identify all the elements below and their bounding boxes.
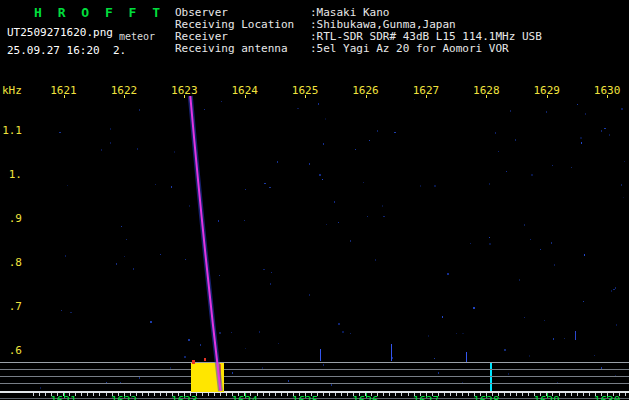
noise-dot — [323, 364, 324, 366]
noise-dot — [552, 165, 553, 166]
noise-dot — [338, 222, 339, 223]
noise-dot — [350, 240, 351, 242]
noise-dot — [489, 243, 491, 245]
noise-dot — [231, 332, 232, 333]
noise-dot — [326, 224, 327, 225]
bottom-minor-tick — [426, 393, 427, 396]
noise-dot — [232, 372, 233, 374]
bottom-minor-tick — [432, 393, 433, 396]
bottom-minor-tick — [516, 393, 517, 396]
signal-spike — [320, 349, 321, 361]
noise-dot — [613, 289, 615, 290]
signal-spike — [490, 362, 492, 392]
bottom-minor-tick — [81, 393, 82, 396]
x-tick — [607, 95, 608, 98]
noise-dot — [325, 118, 326, 120]
bottom-minor-tick — [250, 393, 251, 396]
noise-dot — [133, 268, 134, 270]
bottom-minor-tick — [196, 393, 197, 396]
noise-dot — [184, 356, 186, 358]
noise-dot — [621, 184, 622, 186]
saturation-speck — [192, 360, 195, 364]
noise-dot — [139, 109, 140, 111]
noise-dot — [508, 373, 509, 375]
noise-dot — [544, 320, 545, 321]
bottom-minor-tick — [601, 393, 602, 396]
noise-dot — [323, 143, 324, 145]
bottom-minor-tick — [528, 393, 529, 396]
bottom-minor-tick — [226, 393, 227, 396]
noise-dot — [342, 331, 344, 333]
noise-dot — [297, 108, 299, 109]
noise-dot — [67, 185, 68, 186]
noise-dot — [204, 109, 205, 110]
noise-dot — [269, 187, 271, 188]
noise-dot — [473, 307, 475, 309]
noise-dot — [623, 197, 624, 198]
bottom-minor-tick — [106, 393, 107, 396]
bottom-minor-tick — [317, 393, 318, 396]
noise-dot — [434, 358, 435, 359]
bottom-minor-tick — [63, 393, 64, 396]
x-tick — [486, 95, 487, 98]
bottom-minor-tick — [540, 393, 541, 396]
bottom-minor-tick — [389, 393, 390, 396]
noise-dot — [110, 142, 111, 144]
noise-dot — [604, 128, 606, 129]
bottom-minor-tick — [498, 393, 499, 396]
noise-dot — [594, 355, 595, 356]
bottom-minor-tick — [383, 393, 384, 396]
bottom-minor-tick — [154, 393, 155, 396]
bottom-minor-tick — [613, 393, 614, 396]
noise-dot — [309, 294, 310, 296]
bottom-minor-tick — [462, 393, 463, 396]
noise-dot — [322, 179, 323, 180]
saturation-speck — [204, 358, 206, 361]
noise-dot — [264, 183, 266, 184]
bottom-minor-tick — [136, 393, 137, 396]
noise-dot — [551, 242, 552, 244]
noise-dot — [382, 205, 383, 207]
noise-dot — [259, 331, 260, 333]
noise-dot — [506, 171, 507, 172]
noise-dot — [277, 161, 278, 163]
noise-dot — [40, 387, 41, 389]
noise-dot — [434, 185, 436, 187]
bottom-minor-tick — [474, 393, 475, 396]
noise-dot — [110, 128, 111, 130]
noise-dot — [489, 237, 490, 238]
noise-dot — [438, 372, 439, 374]
noise-dot — [188, 339, 190, 341]
bottom-minor-tick — [589, 393, 590, 396]
bottom-minor-tick — [244, 393, 245, 396]
noise-dot — [456, 333, 457, 334]
noise-dot — [442, 316, 443, 318]
noise-dot — [309, 163, 310, 165]
bottom-minor-tick — [480, 393, 481, 396]
bottom-minor-tick — [546, 393, 547, 396]
x-tick — [124, 95, 125, 98]
doppler-trace — [190, 96, 220, 391]
noise-dot — [61, 310, 62, 311]
bottom-minor-tick — [263, 393, 264, 396]
bottom-minor-tick — [124, 393, 125, 396]
noise-dot — [394, 132, 396, 133]
bottom-minor-tick — [571, 393, 572, 396]
y-tick-label: .6 — [0, 344, 22, 357]
bottom-minor-tick — [438, 393, 439, 396]
noise-dot — [529, 355, 530, 357]
noise-dot — [278, 343, 279, 344]
noise-dot — [611, 290, 612, 292]
noise-dot — [218, 220, 219, 222]
bottom-minor-tick — [468, 393, 469, 396]
noise-dot — [331, 384, 332, 386]
noise-dot — [221, 101, 222, 102]
bottom-minor-tick — [595, 393, 596, 396]
noise-dot — [581, 142, 582, 144]
bottom-minor-tick — [335, 393, 336, 396]
bottom-minor-tick — [45, 393, 46, 396]
output-filename: UT2509271620.png — [7, 26, 113, 39]
noise-dot — [270, 283, 271, 285]
bottom-minor-tick — [75, 393, 76, 396]
bottom-minor-tick — [377, 393, 378, 396]
